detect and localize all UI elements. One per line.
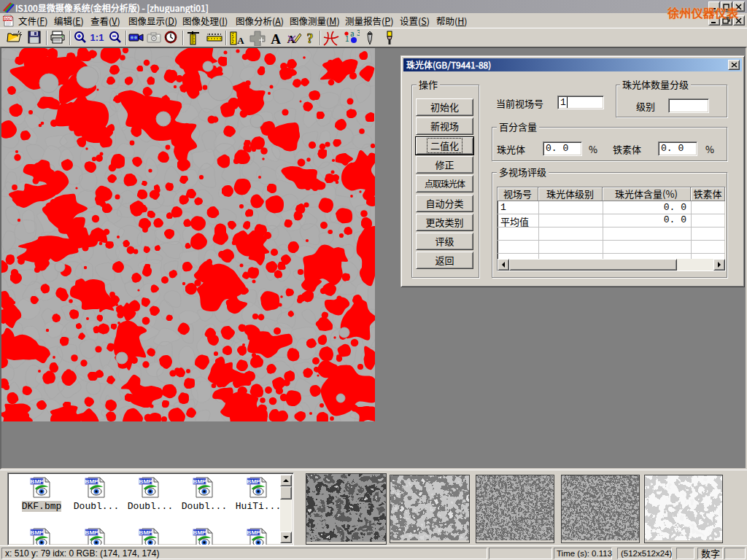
svg-text:BMP: BMP (85, 478, 98, 485)
svg-text:A: A (271, 31, 281, 46)
svg-text:3: 3 (357, 30, 360, 38)
svg-text:BMP: BMP (31, 478, 44, 485)
svg-text:BMP: BMP (193, 478, 206, 485)
svg-text:BMP: BMP (139, 529, 152, 536)
svg-text:A: A (237, 35, 244, 46)
svg-text:1:1: 1:1 (90, 32, 104, 43)
svg-text:1: 1 (345, 33, 349, 44)
svg-text:a: a (350, 30, 355, 39)
svg-text:BMP: BMP (31, 529, 44, 536)
svg-text:BMP: BMP (85, 529, 98, 536)
svg-text:BMP: BMP (193, 529, 206, 536)
svg-text:?: ? (307, 31, 314, 46)
svg-text:BMP: BMP (247, 478, 260, 485)
svg-text:DOC: DOC (4, 17, 12, 21)
svg-text:BMP: BMP (139, 478, 152, 485)
svg-text:BMP: BMP (247, 529, 260, 536)
